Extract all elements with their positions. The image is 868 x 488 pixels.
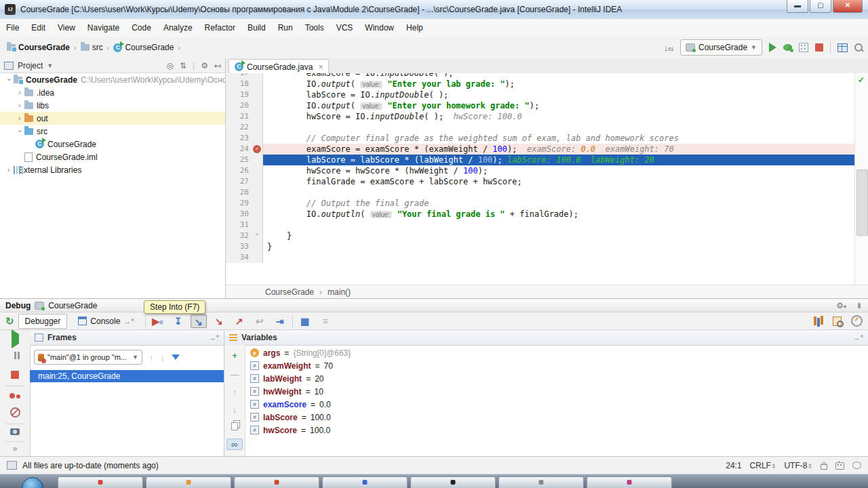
step-over-button[interactable]: ↧ xyxy=(170,314,186,328)
resume-button[interactable] xyxy=(0,334,30,344)
gutter[interactable] xyxy=(252,155,263,165)
fold-marker-icon[interactable]: ^ xyxy=(252,230,263,241)
code-text[interactable]: hwScore = hwScore * (hwWeight / 100); xyxy=(263,165,854,176)
line-number[interactable]: 32 xyxy=(226,230,252,241)
gutter[interactable] xyxy=(252,241,263,252)
gutter[interactable] xyxy=(252,165,263,176)
tab-console[interactable]: Console →* xyxy=(71,314,140,329)
code-line-26[interactable]: 26 hwScore = hwScore * (hwWeight / 100); xyxy=(226,165,854,176)
tab-debugger[interactable]: Debugger xyxy=(18,314,68,329)
gutter[interactable] xyxy=(252,220,263,230)
code-text[interactable]: IO.output( value: "Enter your lab grade:… xyxy=(263,79,854,89)
evaluate-expression-button[interactable]: ▦ xyxy=(297,314,313,328)
menu-item-help[interactable]: Help xyxy=(400,19,429,37)
locate-file-icon[interactable]: ◎ xyxy=(167,61,174,70)
mute-breakpoints-button[interactable] xyxy=(0,407,30,420)
run-with-coverage-button[interactable] xyxy=(799,43,808,52)
menu-item-edit[interactable]: Edit xyxy=(25,19,52,37)
variable-row-examScore[interactable]: #examScore= 0.0 xyxy=(250,398,868,411)
taskbar-button-2[interactable] xyxy=(146,476,231,488)
editor-scrollbar[interactable]: ✓ xyxy=(854,73,868,285)
code-text[interactable]: finalGrade = examScore + labScore + hwSc… xyxy=(263,176,854,187)
menu-item-view[interactable]: View xyxy=(52,19,81,37)
pause-button[interactable] xyxy=(0,352,30,361)
line-number[interactable]: 26 xyxy=(226,165,252,176)
scrollbar-thumb[interactable] xyxy=(856,169,868,236)
encoding-select[interactable]: UTF-8⇕ xyxy=(784,461,812,470)
menu-item-build[interactable]: Build xyxy=(241,19,272,37)
chevron-down-icon[interactable]: ▼ xyxy=(47,62,53,69)
event-log-icon[interactable] xyxy=(852,462,861,469)
code-line-17[interactable]: 17 examScore = IO.inputDouble( ); xyxy=(226,73,854,79)
gutter[interactable] xyxy=(252,176,263,187)
menu-item-window[interactable]: Window xyxy=(359,19,400,37)
expand-icon[interactable]: › xyxy=(15,102,24,109)
close-tab-icon[interactable]: × xyxy=(318,62,323,72)
code-line-24[interactable]: 24✓ examScore = examScore * (examWeight … xyxy=(226,144,854,155)
gear-icon[interactable]: ⚙ xyxy=(201,61,208,70)
gutter[interactable] xyxy=(252,79,263,89)
line-number[interactable]: 31 xyxy=(226,220,252,230)
taskbar-button-7[interactable] xyxy=(587,476,672,488)
tree-item-coursegrade[interactable]: ›CourseGrade C:\Users\user\Work\Курсы\Ud… xyxy=(0,73,225,86)
code-line-25[interactable]: 25 labScore = labScore * (labWeight / 10… xyxy=(226,155,854,165)
breakpoint-icon[interactable]: ✓ xyxy=(253,145,261,153)
move-watch-down-button[interactable]: ↓ xyxy=(224,405,245,415)
code-line-30[interactable]: 30 IO.outputln( value: "Your final grade… xyxy=(226,209,854,220)
code-line-19[interactable]: 19 labScore = IO.inputDouble( ); xyxy=(226,89,854,100)
variable-row-labWeight[interactable]: #labWeight= 20 xyxy=(250,372,868,385)
menu-item-analyze[interactable]: Analyze xyxy=(157,19,199,37)
rerun-button[interactable]: ↻ xyxy=(5,315,14,327)
code-line-32[interactable]: 32^ } xyxy=(226,230,854,241)
line-number[interactable]: 17 xyxy=(226,73,252,79)
close-button[interactable]: ✕ xyxy=(833,0,863,13)
line-number[interactable]: 23 xyxy=(226,133,252,144)
hide-panel-icon[interactable]: ↤ xyxy=(214,61,221,70)
taskbar-button-3[interactable] xyxy=(234,476,319,488)
line-number[interactable]: 27 xyxy=(226,176,252,187)
gutter[interactable] xyxy=(252,73,263,79)
variable-row-hwScore[interactable]: #hwScore= 100.0 xyxy=(250,424,868,436)
gutter[interactable] xyxy=(252,133,263,144)
tree-item-src[interactable]: ›src xyxy=(0,125,225,138)
code-line-33[interactable]: 33} xyxy=(226,241,854,252)
move-watch-up-button[interactable]: ↑ xyxy=(224,387,245,397)
show-execution-point-button[interactable]: ▶≡ xyxy=(150,314,166,328)
run-to-cursor-button[interactable]: ⇥ xyxy=(272,314,288,328)
gear-icon[interactable]: ⚙▾ xyxy=(836,301,846,310)
code-text[interactable] xyxy=(263,187,854,198)
breadcrumb-item-src[interactable]: src xyxy=(81,43,103,52)
code-line-23[interactable]: 23 // Computer final grade as the weight… xyxy=(226,133,854,144)
step-out-button[interactable]: ↗ xyxy=(231,314,248,328)
code-text[interactable]: examScore = examScore * (examWeight / 10… xyxy=(263,144,854,155)
gutter[interactable] xyxy=(252,209,263,220)
line-number[interactable]: 24 xyxy=(226,144,252,155)
start-button[interactable] xyxy=(22,477,43,488)
code-line-22[interactable]: 22 xyxy=(226,122,854,133)
remove-watch-button[interactable]: — xyxy=(224,369,245,380)
code-line-29[interactable]: 29 // Output the final grade xyxy=(226,198,854,209)
line-number[interactable]: 19 xyxy=(226,89,252,100)
lock-icon[interactable] xyxy=(821,464,827,470)
tree-item-coursegrade[interactable]: CCourseGrade xyxy=(0,138,225,150)
stop-button[interactable] xyxy=(815,43,823,52)
tree-item-libs[interactable]: ›libs xyxy=(0,99,225,112)
update-project-icon[interactable]: ↓01 xyxy=(664,43,673,53)
line-number[interactable]: 25 xyxy=(226,155,252,165)
code-text[interactable]: } xyxy=(263,241,854,252)
drop-frame-button[interactable]: ↩ xyxy=(252,314,268,328)
code-line-27[interactable]: 27 finalGrade = examScore + labScore + h… xyxy=(226,176,854,187)
line-number[interactable]: 29 xyxy=(226,198,252,209)
breadcrumb-item-coursegrade[interactable]: CCourseGrade xyxy=(113,43,174,52)
code-text[interactable]: hwScore = IO.inputDouble( ); hwScore: 10… xyxy=(263,111,854,122)
code-text[interactable]: // Output the final grade xyxy=(263,198,854,209)
expand-icon[interactable]: › xyxy=(15,115,24,122)
run-button[interactable] xyxy=(769,43,776,52)
menu-item-vcs[interactable]: VCS xyxy=(330,19,359,37)
expand-icon[interactable]: › xyxy=(5,75,13,85)
taskbar-button-5[interactable] xyxy=(410,476,496,488)
code-text[interactable] xyxy=(263,252,854,263)
expand-icon[interactable]: › xyxy=(16,127,24,136)
expand-icon[interactable]: › xyxy=(4,166,14,174)
code-text[interactable]: // Computer final grade as the weighted … xyxy=(263,133,854,144)
